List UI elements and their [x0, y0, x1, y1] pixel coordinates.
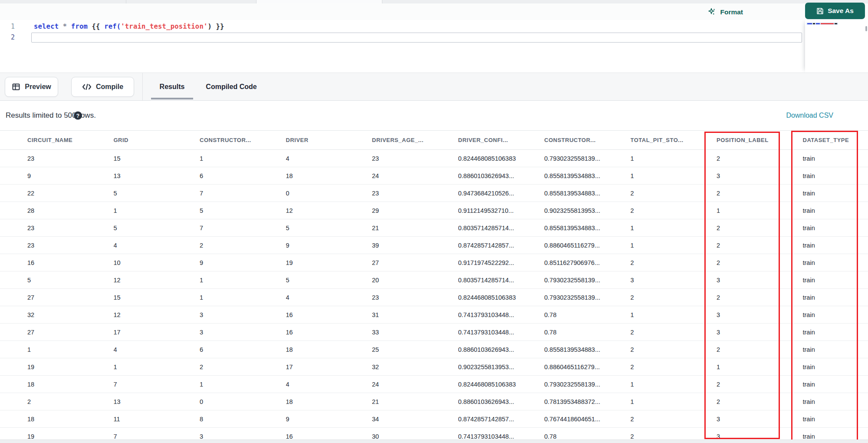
table-cell: 17	[114, 324, 200, 341]
table-cell: 31	[372, 306, 458, 323]
table-cell: 3	[717, 324, 803, 341]
header-cell[interactable]: CONSTRUCTOR...	[544, 131, 631, 149]
code-token	[67, 23, 71, 30]
table-cell: 1	[114, 202, 200, 219]
table-cell: 1	[717, 202, 803, 219]
table-cell: 9	[286, 237, 372, 254]
table-cell: 0.9023255813953...	[458, 358, 545, 375]
table-cell: 10	[114, 254, 200, 271]
code-token: (	[117, 23, 121, 30]
table-cell: 1	[27, 341, 114, 358]
table-cell: 5	[114, 219, 200, 236]
table-cell: 27	[372, 254, 458, 271]
table-cell: 0.8035714285714...	[458, 271, 545, 288]
minimap[interactable]	[805, 20, 864, 73]
header-cell[interactable]: POSITION_LABEL	[717, 131, 803, 149]
table-cell: 32	[372, 358, 458, 375]
header-cell[interactable]: DRIVER	[286, 131, 372, 149]
table-cell: 0	[200, 393, 286, 410]
table-cell: 2	[631, 202, 717, 219]
table-cell: 0.7930232558139...	[544, 150, 631, 167]
code-editor[interactable]: 1 2 select * from {{ ref('train_test_pos…	[0, 20, 868, 73]
format-button[interactable]: Format	[708, 8, 743, 16]
table-cell: 0.9171974522292...	[458, 254, 545, 271]
table-cell: train	[803, 393, 868, 410]
tab-label: Results	[160, 83, 185, 91]
table-cell: 19	[27, 358, 114, 375]
header-cell[interactable]: DATASET_TYPE	[803, 131, 868, 149]
table-cell: 2	[717, 376, 803, 393]
header-cell[interactable]: DRIVER_CONFI...	[458, 131, 545, 149]
table-cell: 13	[114, 167, 200, 184]
table-cell: 21	[372, 219, 458, 236]
table-cell: 1	[631, 393, 717, 410]
table-cell: 2	[27, 393, 114, 410]
table-cell: 0.78	[544, 306, 631, 323]
header-cell[interactable]: TOTAL_PIT_STO...	[631, 131, 717, 149]
code-token: from	[71, 23, 88, 30]
sparkles-icon	[708, 8, 716, 16]
table-cell: 7	[114, 376, 200, 393]
header-cell[interactable]: DRIVERS_AGE_...	[372, 131, 458, 149]
tab-results[interactable]: Results	[151, 73, 193, 100]
save-as-button[interactable]: Save As	[805, 3, 865, 19]
tab-compiled-code[interactable]: Compiled Code	[203, 73, 260, 100]
code-token: *	[63, 23, 67, 30]
editor-scrollbar-thumb[interactable]	[865, 26, 867, 31]
header-cell[interactable]: CIRCUIT_NAME	[27, 131, 114, 149]
table-row: 23429390.8742857142857...0.8860465116279…	[0, 237, 868, 254]
table-cell: 3	[631, 271, 717, 288]
table-cell: 32	[27, 306, 114, 323]
table-cell: 16	[27, 254, 114, 271]
table-cell: train	[803, 410, 868, 427]
download-csv-link[interactable]: Download CSV	[786, 112, 834, 119]
header-cell[interactable]: CONSTRUCTOR...	[200, 131, 286, 149]
table-row: 231514230.8244680851063830.7930232558139…	[0, 150, 868, 167]
table-cell: 3	[717, 271, 803, 288]
table-cell: 1	[631, 237, 717, 254]
table-cell: 13	[114, 393, 200, 410]
table-cell: 2	[631, 324, 717, 341]
table-cell: 2	[717, 185, 803, 202]
header-cell[interactable]: GRID	[114, 131, 200, 149]
table-cell: 0.8558139534883...	[544, 219, 631, 236]
table-cell: 22	[27, 185, 114, 202]
horizontal-scrollbar[interactable]	[0, 440, 868, 443]
table-cell: 1	[200, 376, 286, 393]
compile-button[interactable]: Compile	[71, 77, 134, 97]
code-line: select * from {{ ref('train_test_positio…	[34, 21, 224, 32]
table-cell: 0.7813953488372...	[544, 393, 631, 410]
help-icon[interactable]: ?	[74, 112, 82, 120]
table-cell: 4	[286, 376, 372, 393]
code-token	[59, 23, 63, 30]
section-divider	[142, 73, 143, 100]
table-cell: 12	[286, 202, 372, 219]
table-cell: 2	[717, 393, 803, 410]
table-cell: 0.8860103626943...	[458, 341, 545, 358]
file-tab-strip[interactable]	[0, 0, 868, 3]
table-cell: 1	[200, 271, 286, 288]
line-number: 2	[2, 32, 15, 43]
preview-button[interactable]: Preview	[5, 77, 58, 97]
table-row: 191217320.9023255813953...0.886046511627…	[0, 358, 868, 376]
table-cell: 18	[286, 167, 372, 184]
table-cell: 1	[631, 219, 717, 236]
table-cell: train	[803, 324, 868, 341]
table-row: 271514230.8244680851063830.7930232558139…	[0, 289, 868, 306]
table-cell: 3	[200, 306, 286, 323]
table-cell: 3	[717, 167, 803, 184]
table-cell: 0.824468085106383	[458, 150, 545, 167]
table-cell: 39	[372, 237, 458, 254]
table-cell: 34	[372, 410, 458, 427]
code-token: )	[207, 23, 212, 30]
table-cell: 0.7413793103448...	[458, 324, 545, 341]
table-cell: train	[803, 202, 868, 219]
table-cell: 2	[717, 289, 803, 306]
table-cell: 5	[114, 185, 200, 202]
line-number: 1	[2, 21, 15, 32]
table-cell: 0.8035714285714...	[458, 219, 545, 236]
table-cell: train	[803, 341, 868, 358]
table-cell: 18	[27, 410, 114, 427]
table-cell: 6	[200, 167, 286, 184]
active-file-tab[interactable]	[256, 0, 382, 3]
